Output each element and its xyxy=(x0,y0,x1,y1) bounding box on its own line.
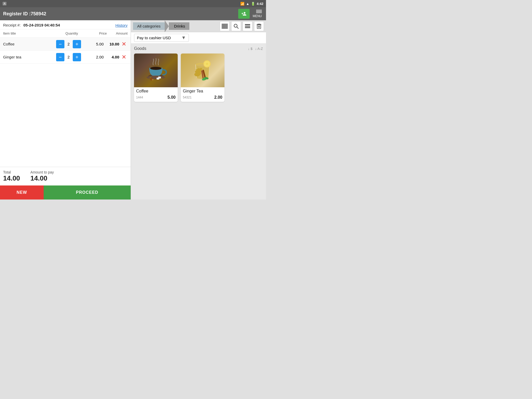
svg-rect-33 xyxy=(158,77,161,78)
coffee-image xyxy=(142,56,170,85)
svg-rect-7 xyxy=(226,24,226,29)
main-layout: Receipt #: 05-24-2019 04:40:54 History I… xyxy=(0,20,266,200)
quantity-value: 2 xyxy=(66,55,71,59)
category-bar: All categories Drinks xyxy=(131,20,266,32)
quantity-control: − 2 + xyxy=(54,53,83,61)
amount-to-pay-value: 14.00 xyxy=(30,174,54,182)
item-amount: 4.00 xyxy=(104,55,119,59)
svg-rect-4 xyxy=(224,24,224,29)
breadcrumb: All categories Drinks xyxy=(133,20,189,32)
item-price: 5.00 xyxy=(83,42,104,46)
svg-point-10 xyxy=(234,24,237,27)
sort-controls: ↓ $ ↓ A-Z xyxy=(248,47,263,51)
decrement-button[interactable]: − xyxy=(56,40,64,48)
col-item-title: Item title xyxy=(3,31,57,35)
product-sku-coffee: 1444 xyxy=(136,96,143,99)
ginger-image xyxy=(188,56,217,85)
delete-item-button[interactable]: ✕ xyxy=(120,54,128,61)
sort-by-price[interactable]: ↓ $ xyxy=(248,47,252,51)
new-button[interactable]: NEW xyxy=(0,185,44,200)
receipt-header: Receipt #: 05-24-2019 04:40:54 History xyxy=(0,20,131,29)
svg-rect-9 xyxy=(227,24,228,29)
col-quantity-title: Quantity xyxy=(57,31,86,35)
product-footer-coffee: 1444 5.00 xyxy=(136,95,176,100)
payment-method-label: Pay to cashier USD xyxy=(137,36,171,40)
chevron-down-icon: ▼ xyxy=(181,35,186,41)
time-display: 4:42 xyxy=(257,2,263,6)
search-button[interactable] xyxy=(231,21,241,31)
goods-title: Goods xyxy=(134,46,146,51)
goods-header: Goods ↓ $ ↓ A-Z xyxy=(134,46,263,51)
delete-button[interactable] xyxy=(254,21,264,31)
increment-button[interactable]: + xyxy=(73,40,81,48)
svg-rect-13 xyxy=(245,26,250,26)
category-all[interactable]: All categories xyxy=(133,22,165,30)
list-icon xyxy=(245,24,250,29)
barcode-scan-button[interactable] xyxy=(220,21,230,31)
product-sku-ginger: 54321 xyxy=(183,96,191,99)
payment-bar: Pay to cashier USD ▼ xyxy=(131,32,266,44)
product-info-coffee: Coffee 1444 5.00 xyxy=(134,87,178,102)
quantity-value: 2 xyxy=(66,42,71,46)
receipt-actions: NEW PROCEED xyxy=(0,185,131,200)
quantity-control: − 2 + xyxy=(54,40,83,48)
history-link[interactable]: History xyxy=(115,23,128,28)
category-toolbar xyxy=(220,21,264,31)
right-panel: All categories Drinks xyxy=(131,20,266,200)
product-price-ginger: 2.00 xyxy=(214,95,222,100)
menu-button[interactable]: MENU xyxy=(252,9,263,19)
register-id: Register ID :758942 xyxy=(3,11,46,17)
increment-button[interactable]: + xyxy=(73,53,81,61)
proceed-button[interactable]: PROCEED xyxy=(44,185,131,200)
product-footer-ginger: 54321 2.00 xyxy=(183,95,222,100)
add-user-button[interactable] xyxy=(238,9,250,19)
svg-point-23 xyxy=(150,67,162,70)
total-block: Total 14.00 xyxy=(3,170,20,182)
svg-rect-3 xyxy=(223,24,224,29)
goods-section: Goods ↓ $ ↓ A-Z xyxy=(131,44,266,200)
table-row: Coffee − 2 + 5.00 10.00 ✕ xyxy=(0,38,131,51)
wifi-icon: 📶 xyxy=(240,2,244,6)
svg-rect-14 xyxy=(245,27,250,28)
svg-rect-6 xyxy=(225,24,225,29)
signal-icon: ▲ xyxy=(246,2,249,6)
breadcrumb-arrow xyxy=(165,20,169,32)
product-card-ginger[interactable]: Ginger Tea 54321 2.00 xyxy=(181,54,224,102)
total-value: 14.00 xyxy=(3,174,20,182)
svg-rect-2 xyxy=(223,24,223,29)
app-icon: A xyxy=(3,2,6,5)
battery-icon: 🔋 xyxy=(251,2,255,6)
status-bar: A 📶 ▲ 🔋 4:42 xyxy=(0,0,266,7)
svg-rect-12 xyxy=(245,24,250,25)
product-price-coffee: 5.00 xyxy=(168,95,176,100)
svg-rect-16 xyxy=(258,24,260,24)
receipt-columns: Item title Quantity Price Amount xyxy=(0,29,131,38)
col-price-title: Price xyxy=(86,31,107,35)
sort-by-az[interactable]: ↓ A-Z xyxy=(255,47,263,51)
list-view-button[interactable] xyxy=(243,21,252,31)
svg-point-22 xyxy=(147,76,165,79)
receipt-items: Coffee − 2 + 5.00 10.00 ✕ Ginger tea − 2… xyxy=(0,38,131,167)
svg-line-11 xyxy=(237,27,238,29)
receipt-totals: Total 14.00 Amount to pay 14.00 xyxy=(0,167,131,185)
receipt-number: Receipt #: 05-24-2019 04:40:54 xyxy=(3,23,60,28)
trash-icon xyxy=(257,24,261,29)
product-image-ginger xyxy=(181,54,224,87)
table-row: Ginger tea − 2 + 2.00 4.00 ✕ xyxy=(0,51,131,64)
item-name: Coffee xyxy=(3,42,54,46)
top-bar: Register ID :758942 MENU xyxy=(0,7,266,20)
barcode-icon xyxy=(222,24,228,29)
total-label: Total xyxy=(3,170,20,174)
item-name: Ginger tea xyxy=(3,55,54,59)
decrement-button[interactable]: − xyxy=(56,53,64,61)
payment-method-select[interactable]: Pay to cashier USD ▼ xyxy=(134,34,189,42)
product-image-coffee xyxy=(134,54,178,87)
search-icon xyxy=(234,24,239,29)
category-drinks[interactable]: Drinks xyxy=(169,22,189,30)
product-name-coffee: Coffee xyxy=(136,89,176,94)
svg-rect-5 xyxy=(224,24,225,29)
amount-to-pay-block: Amount to pay 14.00 xyxy=(30,170,54,182)
delete-item-button[interactable]: ✕ xyxy=(120,41,128,48)
receipt-panel: Receipt #: 05-24-2019 04:40:54 History I… xyxy=(0,20,131,200)
product-card-coffee[interactable]: Coffee 1444 5.00 xyxy=(134,54,178,102)
